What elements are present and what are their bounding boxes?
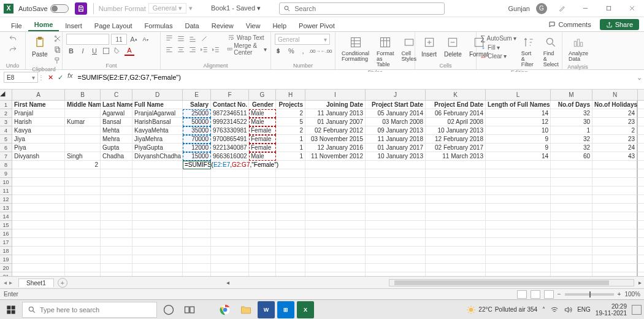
cell[interactable]: JiyaMehra: [132, 135, 183, 144]
cell[interactable]: [426, 229, 486, 238]
cell[interactable]: 5: [276, 118, 305, 126]
name-box[interactable]: E8▾: [4, 72, 38, 83]
tab-insert[interactable]: Insert: [59, 20, 88, 31]
align-center-button[interactable]: [176, 45, 186, 55]
cell[interactable]: [276, 186, 305, 195]
border-button[interactable]: [101, 46, 111, 56]
cell[interactable]: 09 January 2013: [366, 126, 426, 135]
cell[interactable]: [638, 264, 644, 272]
cell[interactable]: [638, 169, 644, 178]
column-header[interactable]: C: [101, 90, 132, 101]
cell[interactable]: [638, 272, 644, 276]
cell[interactable]: [276, 195, 305, 204]
align-top-button[interactable]: [164, 34, 174, 44]
cell[interactable]: [592, 195, 638, 204]
zoom-level[interactable]: 100%: [624, 291, 640, 298]
cell[interactable]: 1: [551, 126, 592, 135]
cell[interactable]: [183, 264, 211, 272]
cell[interactable]: 14: [486, 152, 551, 161]
cell[interactable]: [426, 238, 486, 247]
page-break-view-button[interactable]: [544, 290, 554, 299]
header-cell[interactable]: No.of Days: [551, 101, 592, 109]
paste-button[interactable]: Paste: [29, 34, 50, 59]
header-cell[interactable]: No.of Holidays: [592, 101, 638, 109]
cell[interactable]: Chadha: [101, 152, 132, 161]
redo-button[interactable]: [8, 45, 18, 55]
cell[interactable]: [276, 255, 305, 264]
cell[interactable]: 03 March 2008: [366, 118, 426, 126]
cell[interactable]: [65, 255, 101, 264]
header-cell[interactable]: Joining Date: [305, 101, 366, 109]
cell[interactable]: PiyaGupta: [132, 144, 183, 152]
zoom-out-button[interactable]: −: [558, 291, 561, 298]
save-button[interactable]: [75, 2, 87, 15]
cell[interactable]: [638, 178, 644, 186]
cell[interactable]: [638, 118, 644, 126]
cell[interactable]: [486, 204, 551, 212]
cell[interactable]: 23: [592, 118, 638, 126]
cell[interactable]: [12, 204, 65, 212]
cell[interactable]: [276, 221, 305, 229]
zoom-slider[interactable]: [565, 293, 614, 296]
page-layout-view-button[interactable]: [531, 290, 540, 299]
cell[interactable]: HarishBansal: [132, 118, 183, 126]
cell[interactable]: [183, 186, 211, 195]
tab-home[interactable]: Home: [28, 19, 59, 31]
cell[interactable]: [638, 161, 644, 169]
cell[interactable]: [211, 195, 249, 204]
cell[interactable]: [132, 272, 183, 276]
row-header[interactable]: 16: [0, 229, 12, 238]
cell[interactable]: [183, 238, 211, 247]
cell[interactable]: [592, 255, 638, 264]
cell[interactable]: [12, 212, 65, 221]
cell[interactable]: [211, 169, 249, 178]
cell[interactable]: [592, 161, 638, 169]
cell[interactable]: 9872346511: [211, 109, 249, 118]
cell[interactable]: Gupta: [101, 144, 132, 152]
column-header[interactable]: I: [305, 90, 366, 101]
tab-data[interactable]: Data: [178, 20, 205, 31]
cell[interactable]: [65, 247, 101, 255]
cell[interactable]: 11 March 2013: [426, 152, 486, 161]
cell[interactable]: [132, 238, 183, 247]
percent-button[interactable]: %: [286, 46, 296, 56]
cell[interactable]: [249, 221, 276, 229]
cell[interactable]: [638, 109, 644, 118]
cell[interactable]: 10 January 2013: [366, 152, 426, 161]
cell[interactable]: [101, 247, 132, 255]
cell[interactable]: Divyansh: [12, 152, 65, 161]
cell[interactable]: [276, 161, 305, 169]
notifications-icon[interactable]: [632, 305, 642, 315]
volume-icon[interactable]: [564, 306, 572, 314]
cell[interactable]: [101, 229, 132, 238]
cell[interactable]: [183, 204, 211, 212]
cell[interactable]: 03 November 2015: [305, 135, 366, 144]
cell[interactable]: [592, 212, 638, 221]
cell[interactable]: [132, 161, 183, 169]
cell[interactable]: [551, 161, 592, 169]
chrome-app-icon[interactable]: [216, 301, 234, 318]
decrease-font-button[interactable]: A▾: [140, 34, 150, 44]
cut-button[interactable]: [53, 34, 63, 44]
row-header[interactable]: 8: [0, 161, 12, 169]
cell[interactable]: [551, 169, 592, 178]
column-header[interactable]: O: [638, 90, 644, 101]
cell[interactable]: [249, 272, 276, 276]
row-header[interactable]: 19: [0, 255, 12, 264]
fill-button[interactable]: Fill ▾: [480, 44, 516, 51]
cell[interactable]: [65, 109, 101, 118]
maximize-button[interactable]: [600, 2, 617, 15]
row-header[interactable]: 7: [0, 152, 12, 161]
row-header[interactable]: 12: [0, 195, 12, 204]
column-header[interactable]: A: [12, 90, 65, 101]
cell[interactable]: [426, 161, 486, 169]
cell[interactable]: 06 February 2014: [426, 109, 486, 118]
cell[interactable]: [276, 264, 305, 272]
cell[interactable]: [551, 221, 592, 229]
tab-power-pivot[interactable]: Power Pivot: [293, 20, 341, 31]
cell[interactable]: Agarwal: [101, 109, 132, 118]
cell[interactable]: [249, 186, 276, 195]
cell[interactable]: [65, 195, 101, 204]
cell[interactable]: [12, 255, 65, 264]
cell[interactable]: 02 February 2012: [305, 126, 366, 135]
